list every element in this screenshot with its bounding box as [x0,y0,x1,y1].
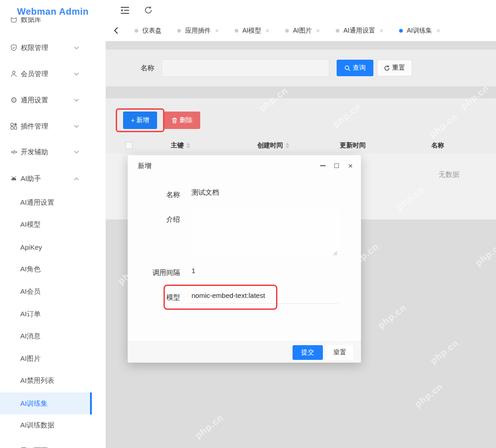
tab-ai-training-set[interactable]: AI训练集 × [399,27,440,35]
tab-bar: 仪表盘 应用插件 × AI模型 × AI图片 × AI通用设置 × AI训练集 … [106,20,496,41]
sidebar-item-apikey[interactable]: ApiKey [0,238,92,256]
empty-data-text: 无数据 [439,170,459,179]
add-button[interactable]: + 新增 [123,112,157,129]
tab-close-icon[interactable]: × [265,27,270,34]
tab-label: AI训练集 [407,27,432,35]
sidebar-item-ai-model[interactable]: AI模型 [0,215,92,234]
sidebar-item-clipped[interactable]: 示例页面 [0,442,92,448]
field-name-label: 名称 [128,190,180,199]
plus-icon: + [131,117,135,124]
search-name-label: 名称 [141,64,154,73]
search-icon [344,65,350,71]
tab-dot [135,29,138,33]
sidebar-item-ai-message[interactable]: AI消息 [0,327,92,345]
sort-icon[interactable] [286,143,289,148]
close-icon[interactable]: × [347,162,354,169]
add-dialog: 新增 × 名称 介绍 调用间隔 模型 提交 重置 [128,155,361,363]
maximize-icon[interactable] [333,162,340,169]
tab-dot [235,29,238,33]
tab-close-icon[interactable]: × [379,27,383,34]
field-intro-label: 介绍 [128,215,180,224]
sidebar-item-ai-role[interactable]: AI角色 [0,260,92,278]
tab-ai-general-settings[interactable]: AI通用设置 × [336,27,383,35]
field-interval-input[interactable] [192,267,329,274]
tabs-scroll-left-icon[interactable] [114,27,118,34]
tab-dot [177,29,181,33]
sidebar-item-label: 权限管理 [21,44,74,52]
dialog-footer: 提交 重置 [128,342,361,363]
field-model-label: 模型 [128,293,180,302]
query-button[interactable]: 查询 [337,60,373,76]
field-interval-label: 调用间隔 [128,269,180,277]
search-name-input[interactable] [162,59,329,77]
sidebar-item-ai-order[interactable]: AI订单 [0,305,92,323]
table-header: 主键 创建时间 更新时间 名称 [106,138,496,153]
tab-ai-model[interactable]: AI模型 × [235,27,270,35]
tab-dot [399,29,403,33]
sidebar-item-general-settings[interactable]: ⚙ 通用设置 [0,91,92,109]
code-icon: </> [10,149,18,155]
reset-icon [384,65,390,71]
tab-app-plugin[interactable]: 应用插件 × [177,27,219,35]
chevron-down-icon [74,125,79,128]
robot-icon [10,175,18,182]
sidebar-item-ai-assistant[interactable]: AI助手 [0,169,92,188]
collapse-sidebar-icon[interactable] [120,6,130,14]
column-header-name: 名称 [408,138,468,153]
refresh-icon[interactable] [144,6,152,14]
user-icon [10,70,18,78]
sidebar-menu: 数据库 权限管理 会员管理 ⚙ 通用设置 [0,0,106,448]
sidebar-item-ai-training-set[interactable]: AI训练集 [0,392,92,414]
sidebar-item-label: 会员管理 [21,70,74,78]
sort-icon[interactable] [186,143,190,148]
chevron-down-icon [74,151,79,154]
tab-ai-image[interactable]: AI图片 × [285,27,320,35]
search-reset-button[interactable]: 重置 [377,60,412,76]
column-header-created[interactable]: 创建时间 [241,138,305,153]
dialog-reset-button[interactable]: 重置 [327,345,353,360]
minimize-icon[interactable] [320,162,326,169]
tab-label: AI图片 [293,27,312,35]
column-header-updated: 更新时间 [325,138,380,153]
chevron-down-icon [74,99,79,102]
sidebar-item-ai-training-data[interactable]: AI训练数据 [0,416,92,434]
sidebar: 数据库 权限管理 会员管理 ⚙ 通用设置 [0,0,106,448]
sidebar-item-permission[interactable]: 权限管理 [0,39,92,57]
app-logo: Webman Admin [0,0,106,17]
sidebar-item-ai-member[interactable]: AI会员 [0,282,92,301]
sidebar-item-ai-image[interactable]: AI图片 [0,349,92,368]
sidebar-item-label: 通用设置 [21,96,74,105]
sidebar-item-ai-disabled-list[interactable]: AI禁用列表 [0,371,92,390]
sidebar-item-plugin[interactable]: 插件管理 [0,117,92,135]
submit-button[interactable]: 提交 [293,345,323,360]
tab-close-icon[interactable]: × [316,27,320,34]
sidebar-item-member[interactable]: 会员管理 [0,65,92,83]
tab-close-icon[interactable]: × [436,27,440,34]
dialog-title: 新增 [138,162,152,170]
sidebar-item-label: 插件管理 [21,122,74,131]
tab-dot [336,29,339,33]
tab-label: 应用插件 [185,27,211,35]
shield-check-icon [10,44,18,51]
chevron-down-icon [74,46,79,50]
chevron-down-icon [74,73,79,76]
tab-label: AI通用设置 [344,27,375,35]
dialog-header[interactable]: 新增 × [128,155,361,176]
app-window: 数据库 权限管理 会员管理 ⚙ 通用设置 [0,0,496,448]
sidebar-item-dev-assist[interactable]: </> 开发辅助 [0,143,92,161]
select-all-checkbox[interactable] [125,142,133,149]
sidebar-item-label: AI助手 [21,174,74,183]
tab-dashboard[interactable]: 仪表盘 [135,27,162,35]
field-intro-textarea[interactable] [192,209,340,256]
field-name-input[interactable] [192,189,329,196]
tab-close-icon[interactable]: × [215,27,219,34]
tab-label: 仪表盘 [142,27,162,35]
sidebar-item-label: 开发辅助 [21,148,74,157]
field-model-input[interactable] [192,291,334,299]
sidebar-item-ai-general-settings[interactable]: AI通用设置 [0,193,92,212]
delete-button[interactable]: 删除 [164,112,200,129]
plugin-icon [10,123,18,130]
column-header-id[interactable]: 主键 [155,138,206,153]
chevron-up-icon [74,177,79,180]
tab-dot [285,29,289,33]
